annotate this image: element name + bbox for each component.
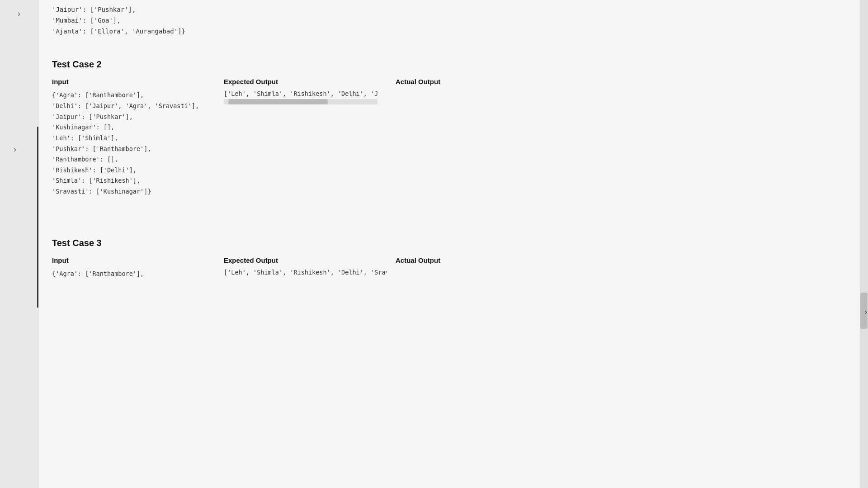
test-case-2-expected-value: ['Leh', 'Shimla', 'Rishikesh', 'Delhi', … — [224, 90, 377, 97]
partial-line-3: 'Ajanta': ['Ellora', 'Aurangabad']} — [52, 26, 860, 37]
test-case-3-columns: Input {'Agra': ['Ranthambore'], Expected… — [52, 256, 860, 280]
test-case-3-expected-header: Expected Output — [224, 256, 387, 264]
test-case-3-input-col: Input {'Agra': ['Ranthambore'], — [52, 256, 224, 280]
test-case-2-input-header: Input — [52, 78, 215, 85]
left-sidebar: › › — [0, 0, 38, 488]
test-case-3-actual-header: Actual Output — [396, 256, 531, 264]
vertical-divider — [37, 127, 38, 308]
test-case-2-expected-header: Expected Output — [224, 78, 387, 85]
test-case-2-title: Test Case 2 — [52, 59, 860, 70]
cursor-arrow: › — [865, 308, 867, 316]
test-case-3-title: Test Case 3 — [52, 238, 860, 248]
input-line-6: 'Pushkar': ['Ranthambore'], — [52, 144, 215, 155]
test-case-2-expected-col: Expected Output ['Leh', 'Shimla', 'Rishi… — [224, 78, 396, 104]
test-case-3-input-code: {'Agra': ['Ranthambore'], — [52, 269, 215, 280]
section-separator — [52, 197, 860, 224]
main-content: 'Jaipur': ['Pushkar'], 'Mumbai': ['Goa']… — [38, 0, 860, 488]
partial-line-1: 'Jaipur': ['Pushkar'], — [52, 5, 860, 15]
sidebar-arrow-bottom[interactable]: › — [14, 145, 16, 154]
input-line-9: 'Shimla': ['Rishikesh'], — [52, 175, 215, 186]
test-case-3-actual-col: Actual Output — [396, 256, 531, 269]
input-line-7: 'Ranthambore': [], — [52, 154, 215, 165]
test-case-2-hscrollbar-thumb — [228, 99, 328, 104]
test-case-2-actual-header: Actual Output — [396, 78, 531, 85]
tc3-input-line-1: {'Agra': ['Ranthambore'], — [52, 269, 215, 280]
input-line-8: 'Rishikesh': ['Delhi'], — [52, 165, 215, 176]
input-line-10: 'Sravasti': ['Kushinagar']} — [52, 186, 215, 197]
test-case-2-section: Test Case 2 Input {'Agra': ['Ranthambore… — [52, 59, 860, 197]
test-case-3-expected-value: ['Leh', 'Shimla', 'Rishikesh', 'Delhi', … — [224, 269, 387, 276]
test-case-3-section: Test Case 3 Input {'Agra': ['Ranthambore… — [52, 238, 860, 280]
test-case-2-actual-col: Actual Output — [396, 78, 531, 90]
test-case-3-input-header: Input — [52, 256, 215, 264]
test-case-3-expected-col: Expected Output ['Leh', 'Shimla', 'Rishi… — [224, 256, 396, 276]
test-case-2-columns: Input {'Agra': ['Ranthambore'], 'Delhi':… — [52, 78, 860, 197]
input-line-1: {'Agra': ['Ranthambore'], — [52, 90, 215, 101]
test-case-2-hscrollbar[interactable] — [224, 99, 377, 104]
input-line-3: 'Jaipur': ['Pushkar'], — [52, 112, 215, 123]
input-line-5: 'Leh': ['Shimla'], — [52, 133, 215, 144]
right-scrollbar[interactable]: › — [860, 0, 868, 488]
input-line-2: 'Delhi': ['Jaipur', 'Agra', 'Sravasti'], — [52, 101, 215, 112]
test-case-2-input-code: {'Agra': ['Ranthambore'], 'Delhi': ['Jai… — [52, 90, 215, 197]
input-line-4: 'Kushinagar': [], — [52, 122, 215, 133]
test-case-2-expected-scroll[interactable]: ['Leh', 'Shimla', 'Rishikesh', 'Delhi', … — [224, 90, 377, 104]
top-partial-code: 'Jaipur': ['Pushkar'], 'Mumbai': ['Goa']… — [52, 0, 860, 46]
partial-line-2: 'Mumbai': ['Goa'], — [52, 15, 860, 26]
test-case-2-input-col: Input {'Agra': ['Ranthambore'], 'Delhi':… — [52, 78, 224, 197]
sidebar-arrow-top[interactable]: › — [18, 9, 20, 19]
